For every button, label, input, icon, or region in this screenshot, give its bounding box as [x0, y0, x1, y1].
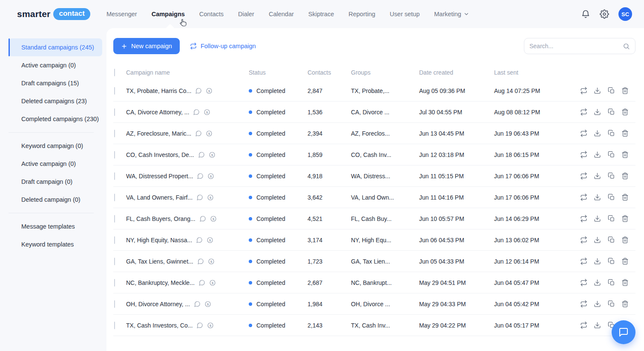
- delete-icon[interactable]: [621, 236, 629, 244]
- campaign-name[interactable]: CO, Cash Investors, De...: [126, 151, 194, 158]
- dollar-icon[interactable]: $: [204, 109, 210, 116]
- duplicate-icon[interactable]: [608, 172, 615, 180]
- delete-icon[interactable]: [621, 258, 629, 265]
- message-icon[interactable]: [195, 87, 202, 94]
- sidebar-item-draft-campaign-0[interactable]: Draft campaign (0): [9, 173, 102, 191]
- duplicate-icon[interactable]: [608, 87, 615, 94]
- message-icon[interactable]: [194, 301, 201, 307]
- delete-icon[interactable]: [621, 279, 629, 286]
- sidebar-item-active-campaign-0[interactable]: Active campaign (0): [9, 56, 102, 74]
- duplicate-icon[interactable]: [608, 258, 615, 265]
- followup-campaign-button[interactable]: Follow-up campaign: [190, 43, 256, 49]
- download-icon[interactable]: [594, 87, 601, 94]
- dollar-icon[interactable]: $: [207, 237, 213, 244]
- download-icon[interactable]: [594, 151, 601, 158]
- download-icon[interactable]: [594, 172, 601, 180]
- campaign-name[interactable]: AZ, Foreclosure, Maric...: [126, 130, 191, 137]
- followup-icon[interactable]: [580, 258, 587, 265]
- delete-icon[interactable]: [621, 130, 629, 137]
- delete-icon[interactable]: [621, 87, 629, 94]
- campaign-name[interactable]: VA, Land Owners, Fairf...: [126, 194, 193, 201]
- duplicate-icon[interactable]: [608, 300, 615, 307]
- row-checkbox[interactable]: [114, 172, 115, 180]
- row-checkbox[interactable]: [114, 300, 115, 308]
- sidebar-item-active-campaign-0[interactable]: Active campaign (0): [9, 155, 102, 173]
- nav-item-contacts[interactable]: Contacts: [199, 11, 224, 17]
- row-checkbox[interactable]: [114, 236, 115, 244]
- followup-icon[interactable]: [580, 151, 587, 158]
- user-avatar[interactable]: SC: [618, 7, 632, 21]
- dollar-icon[interactable]: $: [207, 173, 214, 180]
- dollar-icon[interactable]: $: [207, 322, 214, 329]
- sidebar-item-draft-campaigns-15[interactable]: Draft campaigns (15): [9, 74, 102, 92]
- row-checkbox[interactable]: [114, 194, 115, 201]
- followup-icon[interactable]: [580, 130, 587, 137]
- search-input[interactable]: [529, 43, 619, 49]
- message-icon[interactable]: [198, 151, 205, 158]
- row-checkbox[interactable]: [114, 151, 115, 159]
- nav-item-calendar[interactable]: Calendar: [269, 11, 294, 17]
- nav-item-messenger[interactable]: Messenger: [106, 11, 137, 17]
- download-icon[interactable]: [594, 258, 601, 265]
- chat-widget-button[interactable]: [612, 320, 635, 344]
- dollar-icon[interactable]: $: [209, 151, 216, 158]
- message-icon[interactable]: [196, 237, 203, 244]
- followup-icon[interactable]: [580, 215, 587, 222]
- followup-icon[interactable]: [580, 108, 587, 116]
- delete-icon[interactable]: [621, 215, 629, 222]
- dollar-icon[interactable]: $: [206, 87, 213, 94]
- download-icon[interactable]: [594, 300, 601, 307]
- followup-icon[interactable]: [580, 322, 587, 329]
- search-icon[interactable]: [623, 43, 630, 50]
- message-icon[interactable]: [196, 194, 203, 201]
- campaign-name[interactable]: CA, Divorce Attorney, ...: [126, 109, 189, 116]
- message-icon[interactable]: [197, 173, 204, 180]
- message-icon[interactable]: [195, 130, 202, 137]
- message-icon[interactable]: [193, 109, 200, 116]
- nav-item-dialer[interactable]: Dialer: [238, 11, 254, 17]
- dollar-icon[interactable]: $: [208, 258, 215, 265]
- sidebar-item-deleted-campaigns-23[interactable]: Deleted campaigns (23): [9, 92, 102, 110]
- campaign-name[interactable]: FL, Cash Buyers, Orang...: [126, 215, 196, 222]
- nav-item-reporting[interactable]: Reporting: [348, 11, 375, 17]
- dollar-icon[interactable]: $: [204, 301, 211, 307]
- duplicate-icon[interactable]: [608, 108, 615, 116]
- nav-item-user-setup[interactable]: User setup: [390, 11, 420, 17]
- download-icon[interactable]: [594, 130, 601, 137]
- nav-item-campaigns[interactable]: Campaigns: [152, 11, 185, 17]
- row-checkbox[interactable]: [114, 279, 115, 287]
- row-checkbox[interactable]: [114, 108, 115, 116]
- sidebar-item-keyword-campaign-0[interactable]: Keyword campaign (0): [9, 137, 102, 155]
- duplicate-icon[interactable]: [608, 151, 615, 158]
- dollar-icon[interactable]: $: [209, 279, 216, 286]
- campaign-name[interactable]: NC, Bankruptcy, Meckle...: [126, 279, 195, 286]
- followup-icon[interactable]: [580, 236, 587, 244]
- duplicate-icon[interactable]: [608, 130, 615, 137]
- campaign-name[interactable]: GA, Tax Liens, Gwinnet...: [126, 258, 193, 265]
- campaign-name[interactable]: TX, Cash Investors, Co...: [126, 322, 193, 329]
- nav-item-skiptrace[interactable]: Skiptrace: [308, 11, 334, 17]
- message-icon[interactable]: [197, 258, 204, 265]
- row-checkbox[interactable]: [114, 322, 115, 329]
- followup-icon[interactable]: [580, 172, 587, 180]
- new-campaign-button[interactable]: New campaign: [113, 38, 180, 54]
- dollar-icon[interactable]: $: [210, 215, 217, 222]
- row-checkbox[interactable]: [114, 258, 115, 265]
- download-icon[interactable]: [594, 194, 601, 201]
- duplicate-icon[interactable]: [608, 236, 615, 244]
- followup-icon[interactable]: [580, 87, 587, 94]
- row-checkbox[interactable]: [114, 87, 115, 95]
- duplicate-icon[interactable]: [608, 279, 615, 286]
- download-icon[interactable]: [594, 322, 601, 329]
- message-icon[interactable]: [196, 322, 203, 329]
- select-all-checkbox[interactable]: [114, 69, 115, 76]
- delete-icon[interactable]: [621, 300, 629, 307]
- followup-icon[interactable]: [580, 279, 587, 286]
- sidebar-item-message-templates[interactable]: Message templates: [9, 218, 102, 235]
- dollar-icon[interactable]: $: [206, 130, 213, 137]
- message-icon[interactable]: [198, 279, 205, 286]
- followup-icon[interactable]: [580, 194, 587, 201]
- delete-icon[interactable]: [621, 108, 629, 116]
- campaign-name[interactable]: NY, High Equity, Nassa...: [126, 237, 192, 244]
- duplicate-icon[interactable]: [608, 215, 615, 222]
